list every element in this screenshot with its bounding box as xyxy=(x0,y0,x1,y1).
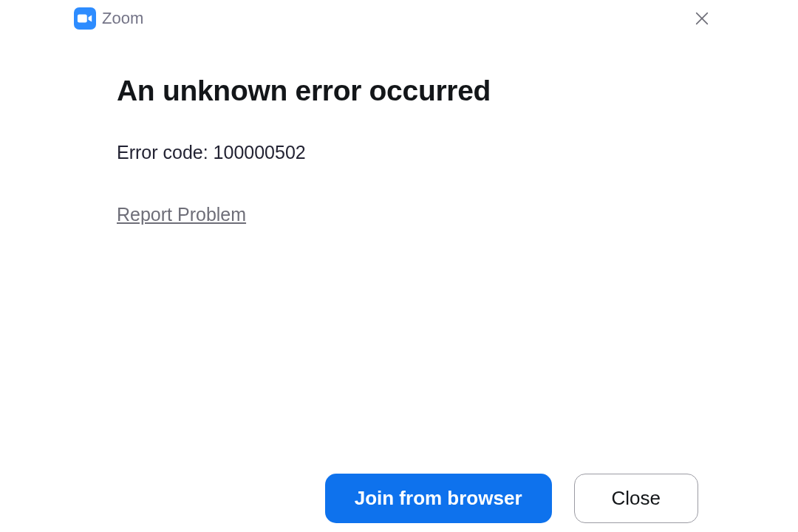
error-code-text: Error code: 100000502 xyxy=(117,142,798,163)
app-name-label: Zoom xyxy=(102,9,143,28)
close-icon[interactable] xyxy=(691,7,713,30)
dialog-footer: Join from browser Close xyxy=(325,474,698,523)
report-problem-link[interactable]: Report Problem xyxy=(117,204,246,225)
close-button[interactable]: Close xyxy=(574,474,698,523)
dialog-content: An unknown error occurred Error code: 10… xyxy=(0,30,798,225)
svg-rect-0 xyxy=(78,15,87,23)
join-from-browser-button[interactable]: Join from browser xyxy=(325,474,552,523)
dialog-header: Zoom xyxy=(0,0,798,30)
zoom-logo-icon xyxy=(74,7,96,30)
error-title: An unknown error occurred xyxy=(117,74,798,109)
